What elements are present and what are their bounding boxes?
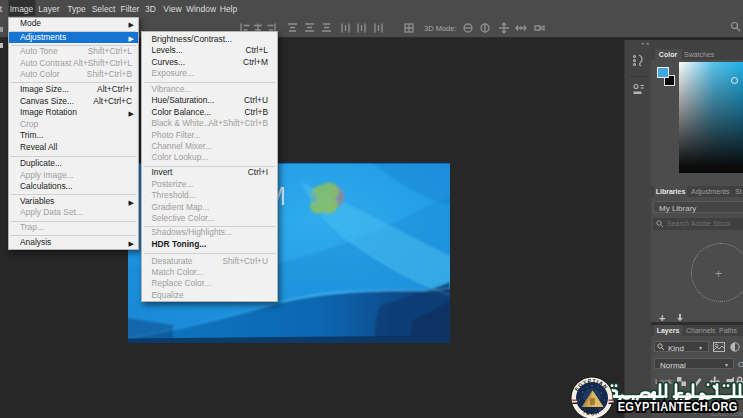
svg-text:EGYPTIANTECH.ORG: EGYPTIANTECH.ORG: [618, 400, 738, 415]
